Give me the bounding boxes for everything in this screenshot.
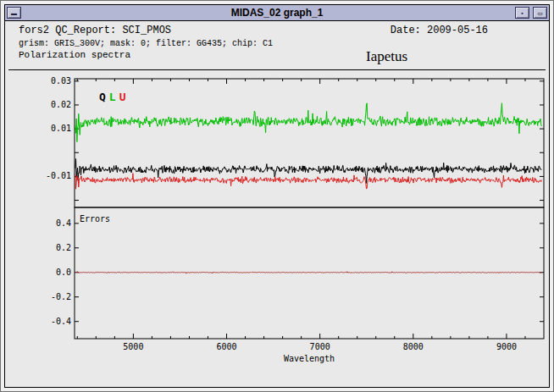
y-tick-label: -0.01 (46, 171, 71, 180)
errors-label: Errors (80, 214, 110, 224)
menu-icon: ▬ (11, 10, 17, 16)
window-content: fors2 QC_Report: SCI_PMOS Date: 2009-05-… (5, 21, 549, 387)
object-name: Iapetus (366, 48, 407, 65)
y-tick-label: -0.2 (51, 292, 71, 301)
window-frame: ▬ MIDAS_02 graph_1 ▪ ▭ fors2 QC_Report: … (4, 4, 550, 388)
y-tick-label: 0.0 (56, 268, 71, 277)
errors-panel-frame (75, 207, 544, 339)
x-tick-label: 6000 (216, 342, 236, 351)
maximize-button[interactable]: ▭ (533, 7, 547, 19)
section-label: Polarization spectra (19, 50, 130, 60)
x-axis-label: Wavelength (284, 354, 335, 363)
minimize-button[interactable]: ▪ (515, 7, 529, 19)
series-errors (75, 272, 542, 273)
x-tick-label: 5000 (123, 342, 143, 351)
report-date: Date: 2009-05-16 (391, 25, 488, 36)
legend: QLU (99, 91, 126, 103)
y-tick-label: 0.2 (56, 243, 71, 252)
y-tick-label: 0.02 (51, 100, 71, 109)
header-divider (8, 69, 546, 70)
y-tick-label: 0.4 (56, 218, 71, 228)
x-tick-label: 8000 (403, 342, 424, 351)
y-tick-label: 0.01 (51, 124, 71, 133)
minimize-icon: ▪ (521, 10, 523, 16)
polarization-plot: 500060007000800090000.030.020.01-0.010.4… (11, 72, 549, 382)
spectra-panel-frame (75, 79, 544, 207)
window-menu-button[interactable]: ▬ (7, 7, 21, 19)
y-tick-label: -0.4 (51, 317, 71, 326)
series-U (75, 174, 542, 190)
series-L (75, 103, 542, 142)
report-title: fors2 QC_Report: SCI_PMOS (19, 25, 171, 36)
instrument-setup: grism: GRIS_300V; mask: 0; filter: GG435… (19, 39, 273, 48)
midas-graph-window: ▬ MIDAS_02 graph_1 ▪ ▭ fors2 QC_Report: … (0, 0, 554, 392)
titlebar[interactable]: ▬ MIDAS_02 graph_1 ▪ ▭ (5, 5, 549, 21)
y-tick-label: 0.03 (51, 76, 71, 86)
x-tick-label: 7000 (310, 342, 330, 351)
maximize-icon: ▭ (537, 10, 543, 16)
x-tick-label: 9000 (496, 342, 517, 351)
window-title: MIDAS_02 graph_1 (5, 7, 549, 19)
